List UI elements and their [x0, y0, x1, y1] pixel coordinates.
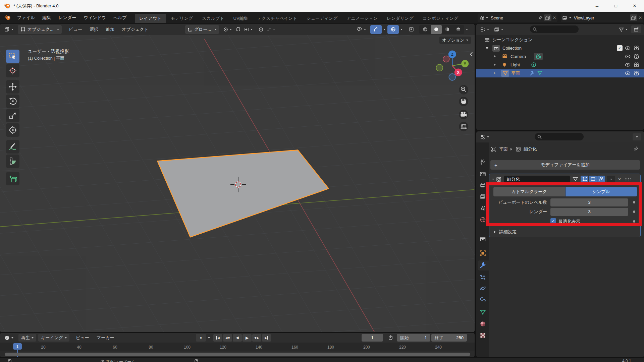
snap-target-dropdown[interactable]	[222, 25, 233, 34]
scene-collection-label[interactable]: シーンコレクション	[492, 37, 532, 43]
row-light[interactable]: Light	[476, 61, 644, 69]
viewlayer-copy-button[interactable]	[630, 14, 637, 21]
viewlayer-icon[interactable]	[562, 15, 571, 20]
tool-add-cube[interactable]	[6, 172, 19, 185]
tab-tool[interactable]	[478, 158, 487, 166]
tab-particles[interactable]	[478, 273, 487, 282]
overlays-toggle[interactable]	[387, 25, 399, 34]
editor-type-dropdown[interactable]	[3, 25, 15, 34]
collection-checkbox[interactable]: ✓	[617, 45, 623, 51]
prev-keyframe-button[interactable]: ◀◆	[223, 334, 232, 342]
shading-dropdown[interactable]	[466, 29, 468, 30]
playback-menu[interactable]: 再生	[18, 334, 36, 342]
camera-expand-icon[interactable]	[494, 55, 496, 58]
plane-hide-eye-icon[interactable]	[625, 70, 631, 76]
plane-label[interactable]: 平面	[511, 70, 520, 76]
collection-hide-eye-icon[interactable]	[625, 45, 631, 51]
breadcrumb-modifier-label[interactable]: 細分化	[524, 146, 537, 152]
overlays-dropdown[interactable]	[400, 29, 402, 30]
shading-wireframe-button[interactable]	[420, 25, 431, 34]
pin-icon[interactable]	[538, 15, 543, 20]
tab-modeling[interactable]: モデリング	[166, 14, 198, 23]
gizmo-axis-neg-y[interactable]	[436, 64, 443, 71]
shading-solid-button[interactable]	[431, 25, 442, 34]
collection-expand-icon[interactable]	[486, 47, 488, 49]
menu-edit[interactable]: 編集	[39, 15, 55, 21]
viewport-canvas[interactable]: Z Y X ユーザー・透視投影 (1) Collect	[0, 35, 475, 332]
row-plane-selected[interactable]: 平面	[476, 69, 644, 77]
snap-with-dropdown[interactable]	[243, 25, 254, 34]
camera-hide-eye-icon[interactable]	[625, 54, 631, 59]
properties-search-field[interactable]	[535, 133, 584, 140]
navigation-gizmo[interactable]: Z Y X	[436, 50, 469, 80]
new-collection-button[interactable]	[631, 25, 641, 33]
frame-end-field[interactable]: 終了 250	[431, 334, 467, 342]
row-scene-collection[interactable]: シーンコレクション	[476, 36, 644, 44]
advanced-settings-row[interactable]: 詳細設定	[494, 228, 517, 236]
collection-label[interactable]: Collection	[502, 46, 522, 51]
play-button[interactable]: ▶	[243, 334, 252, 342]
type-catmull-clark-button[interactable]: カトマルクラーク	[493, 187, 565, 196]
modifier-render-toggle[interactable]	[597, 176, 605, 183]
scene-name[interactable]: Scene	[491, 15, 538, 20]
viewlayer-remove-button[interactable]: ✕	[639, 15, 642, 20]
menu-file[interactable]: ファイル	[13, 15, 39, 21]
modifier-name-field[interactable]: 細分化	[504, 176, 570, 183]
plane-object[interactable]	[157, 150, 328, 237]
menu-window[interactable]: ウィンドウ	[80, 15, 110, 21]
tool-annotate[interactable]	[6, 140, 19, 154]
tab-texture[interactable]	[478, 331, 487, 340]
modifier-extras-dropdown[interactable]	[607, 176, 615, 183]
menu-select3d[interactable]: 選択	[86, 26, 102, 33]
use-preview-range-toggle[interactable]	[386, 334, 395, 342]
optimal-display-checkbox[interactable]: ✓	[550, 218, 556, 224]
tab-texture-paint[interactable]: テクスチャペイント	[253, 14, 302, 23]
tab-compositing[interactable]: コンポジティング	[418, 14, 463, 23]
row-camera[interactable]: Camera	[476, 52, 644, 61]
tab-scene[interactable]	[478, 204, 487, 213]
light-hide-eye-icon[interactable]	[625, 62, 631, 68]
prev-frame-button[interactable]: ◀	[233, 334, 242, 342]
levels-viewport-animate-dot[interactable]	[633, 201, 635, 203]
viewlayer-selector[interactable]: ViewLayer ✕	[561, 13, 643, 22]
outliner-display-mode-dropdown[interactable]	[478, 25, 491, 34]
tool-rotate[interactable]	[6, 95, 19, 108]
menu-object3d[interactable]: オブジェクト	[118, 26, 152, 33]
levels-viewport-field[interactable]: 3	[550, 198, 628, 206]
timeline-editor-type-dropdown[interactable]	[3, 334, 15, 342]
menu-view3d[interactable]: ビュー	[65, 26, 86, 33]
mode-dropdown[interactable]: オブジェク...	[18, 25, 62, 34]
type-simple-button[interactable]: シンプル	[566, 187, 637, 196]
show-object-types-dropdown[interactable]	[355, 25, 368, 34]
add-modifier-button[interactable]: + モディファイアーを追加	[490, 160, 640, 170]
scene-icon[interactable]	[479, 15, 488, 20]
zoom-button[interactable]	[459, 85, 468, 95]
optimal-display-animate-dot[interactable]	[633, 220, 635, 223]
blender-menu-logo-icon[interactable]	[4, 14, 11, 21]
auto-keying-toggle[interactable]: ●	[196, 334, 206, 342]
playhead-badge[interactable]: 1	[13, 343, 22, 350]
plane-render-icon[interactable]	[634, 70, 639, 76]
tab-animation[interactable]: アニメーション	[342, 14, 382, 23]
tab-render[interactable]	[478, 170, 487, 178]
tab-shading[interactable]: シェーディング	[302, 14, 342, 23]
tab-collection[interactable]	[478, 235, 487, 243]
tool-scale[interactable]	[6, 109, 19, 122]
shading-rendered-button[interactable]	[453, 25, 464, 34]
tool-measure[interactable]	[6, 155, 19, 168]
snap-magnet-icon[interactable]	[234, 25, 243, 34]
breadcrumb-object-label[interactable]: 平面	[499, 146, 508, 152]
modifier-expand-icon[interactable]	[492, 179, 494, 180]
outliner-search-field[interactable]	[530, 25, 579, 33]
modifier-editmode-toggle[interactable]	[581, 176, 588, 183]
maximize-button[interactable]: □	[606, 0, 625, 12]
camera-label[interactable]: Camera	[511, 54, 526, 59]
transform-orientation-dropdown[interactable]: グロー...	[185, 25, 219, 34]
modifier-realtime-toggle[interactable]	[589, 176, 597, 183]
modifier-drag-handle[interactable]	[625, 177, 631, 181]
options-dropdown[interactable]: オプション	[439, 37, 471, 44]
proportional-falloff-dropdown[interactable]	[265, 25, 277, 34]
light-label[interactable]: Light	[511, 62, 520, 67]
scene-selector[interactable]: Scene ✕	[478, 13, 557, 22]
menu-render[interactable]: レンダー	[55, 15, 80, 21]
